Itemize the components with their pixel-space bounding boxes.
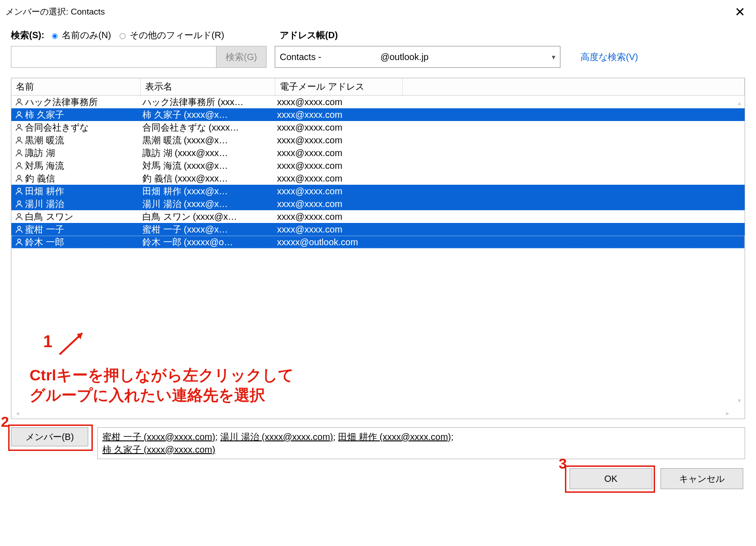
- svg-point-2: [18, 124, 21, 127]
- search-button: 検索(G): [216, 46, 266, 67]
- table-row[interactable]: 黒潮 暖流黒潮 暖流 (xxxx@x…xxxx@xxxx.com: [11, 134, 745, 147]
- scroll-right-icon[interactable]: ▸: [726, 410, 729, 417]
- member-item: 田畑 耕作 (xxxx@xxxx.com): [338, 432, 451, 442]
- person-icon: [13, 148, 25, 157]
- address-book-label: アドレス帳(D): [280, 29, 338, 41]
- column-spacer: [403, 78, 745, 95]
- row-display: 対馬 海流 (xxxx@x…: [142, 160, 277, 172]
- members-button[interactable]: メンバー(B): [11, 427, 88, 446]
- member-item: 湯川 湯治 (xxxx@xxxx.com): [220, 432, 333, 442]
- member-item: 柿 久家子 (xxxx@xxxx.com): [102, 445, 215, 455]
- list-header: 名前 表示名 電子メール アドレス: [11, 78, 745, 96]
- row-display: 蜜柑 一子 (xxxx@x…: [142, 223, 277, 236]
- close-icon[interactable]: ✕: [729, 3, 751, 21]
- svg-point-1: [18, 111, 21, 115]
- row-email: xxxx@xxxx.com: [277, 110, 745, 120]
- column-name[interactable]: 名前: [11, 78, 141, 95]
- address-book-suffix: @outlook.jp: [380, 52, 428, 62]
- row-display: 合同会社きずな (xxxx…: [142, 121, 277, 134]
- svg-point-3: [18, 137, 21, 140]
- row-email: xxxx@xxxx.com: [277, 212, 745, 222]
- person-icon: [13, 199, 25, 208]
- radio-other-fields[interactable]: その他のフィールド(R): [117, 29, 224, 41]
- chevron-down-icon: ▾: [552, 53, 555, 61]
- row-display: ハック法律事務所 (xxx…: [142, 96, 277, 108]
- row-email: xxxxx@outlook.com: [277, 237, 745, 248]
- row-name: 柿 久家子: [25, 109, 142, 121]
- member-item: 蜜柑 一子 (xxxx@xxxx.com): [102, 432, 215, 442]
- row-display: 湯川 湯治 (xxxx@x…: [142, 198, 277, 210]
- table-row[interactable]: 諏訪 湖諏訪 湖 (xxxx@xxx…xxxx@xxxx.com: [11, 147, 745, 159]
- person-icon: [13, 97, 25, 106]
- vertical-scrollbar[interactable]: ▴ ▾: [734, 96, 745, 407]
- table-row[interactable]: 湯川 湯治湯川 湯治 (xxxx@x…xxxx@xxxx.com: [11, 197, 745, 210]
- row-name: 白鳥 スワン: [25, 211, 142, 223]
- svg-point-5: [18, 162, 21, 166]
- radio-name-only[interactable]: 名前のみ(N): [50, 29, 111, 41]
- table-row[interactable]: 対馬 海流対馬 海流 (xxxx@x…xxxx@xxxx.com: [11, 159, 745, 172]
- row-name: ハック法律事務所: [25, 96, 142, 108]
- svg-point-7: [18, 188, 21, 191]
- row-email: xxxx@xxxx.com: [277, 122, 745, 133]
- person-icon: [13, 161, 25, 170]
- row-name: 諏訪 湖: [25, 147, 142, 159]
- column-email[interactable]: 電子メール アドレス: [275, 78, 403, 95]
- search-label: 検索(S):: [11, 29, 44, 41]
- table-row[interactable]: 蜜柑 一子蜜柑 一子 (xxxx@x…xxxx@xxxx.com: [11, 223, 745, 236]
- table-row[interactable]: 鈴木 一郎鈴木 一郎 (xxxxx@o…xxxxx@outlook.com: [11, 236, 745, 248]
- row-name: 田畑 耕作: [25, 185, 142, 197]
- members-field[interactable]: 蜜柑 一子 (xxxx@xxxx.com); 湯川 湯治 (xxxx@xxxx.…: [97, 427, 745, 459]
- scroll-up-icon[interactable]: ▴: [738, 99, 741, 106]
- scroll-left-icon[interactable]: ◂: [16, 410, 19, 417]
- person-icon: [13, 212, 25, 221]
- row-display: 釣 義信 (xxxx@xxx…: [142, 172, 277, 185]
- table-row[interactable]: ハック法律事務所ハック法律事務所 (xxx…xxxx@xxxx.com: [11, 96, 745, 108]
- table-row[interactable]: 柿 久家子柿 久家子 (xxxx@x…xxxx@xxxx.com: [11, 108, 745, 121]
- horizontal-scrollbar[interactable]: ◂ ▸: [11, 408, 734, 419]
- svg-point-11: [18, 239, 21, 242]
- person-icon: [13, 187, 25, 196]
- row-display: 鈴木 一郎 (xxxxx@o…: [142, 236, 277, 248]
- person-icon: [13, 110, 25, 119]
- row-email: xxxx@xxxx.com: [277, 97, 745, 107]
- svg-point-0: [18, 99, 21, 102]
- row-display: 諏訪 湖 (xxxx@xxx…: [142, 147, 277, 159]
- row-name: 対馬 海流: [25, 160, 142, 172]
- row-name: 湯川 湯治: [25, 198, 142, 210]
- table-row[interactable]: 白鳥 スワン白鳥 スワン (xxxx@x…xxxx@xxxx.com: [11, 210, 745, 223]
- window-title: メンバーの選択: Contacts: [5, 6, 105, 18]
- radio-name-only-input[interactable]: [52, 33, 58, 39]
- column-display[interactable]: 表示名: [141, 78, 275, 95]
- row-name: 鈴木 一郎: [25, 236, 142, 248]
- radio-other-input[interactable]: [120, 33, 126, 39]
- table-row[interactable]: 田畑 耕作田畑 耕作 (xxxx@x…xxxx@xxxx.com: [11, 185, 745, 197]
- svg-point-8: [18, 201, 21, 204]
- search-input[interactable]: [11, 46, 216, 67]
- row-display: 黒潮 暖流 (xxxx@x…: [142, 134, 277, 147]
- table-row[interactable]: 合同会社きずな合同会社きずな (xxxx…xxxx@xxxx.com: [11, 121, 745, 134]
- row-display: 柿 久家子 (xxxx@x…: [142, 109, 277, 121]
- svg-point-6: [18, 175, 21, 178]
- row-email: xxxx@xxxx.com: [277, 161, 745, 171]
- address-book-prefix: Contacts -: [280, 52, 321, 62]
- row-email: xxxx@xxxx.com: [277, 148, 745, 158]
- row-name: 蜜柑 一子: [25, 223, 142, 236]
- ok-button[interactable]: OK: [570, 468, 652, 489]
- person-icon: [13, 174, 25, 183]
- address-book-combo[interactable]: Contacts - @outlook.jp ▾: [275, 46, 560, 68]
- contact-list: 名前 表示名 電子メール アドレス ハック法律事務所ハック法律事務所 (xxx……: [11, 78, 745, 419]
- row-display: 田畑 耕作 (xxxx@x…: [142, 185, 277, 197]
- radio-other-label: その他のフィールド(R): [130, 29, 224, 41]
- row-name: 釣 義信: [25, 172, 142, 185]
- svg-point-9: [18, 213, 21, 217]
- person-icon: [13, 123, 25, 132]
- row-email: xxxx@xxxx.com: [277, 173, 745, 184]
- annotation-number-2: 2: [1, 414, 9, 430]
- advanced-search-link[interactable]: 高度な検索(V): [580, 51, 638, 63]
- cancel-button[interactable]: キャンセル: [660, 468, 743, 489]
- table-row[interactable]: 釣 義信釣 義信 (xxxx@xxx…xxxx@xxxx.com: [11, 172, 745, 185]
- scroll-down-icon[interactable]: ▾: [738, 397, 741, 404]
- radio-name-only-label: 名前のみ(N): [62, 29, 111, 41]
- person-icon: [13, 136, 25, 145]
- svg-point-10: [18, 226, 21, 229]
